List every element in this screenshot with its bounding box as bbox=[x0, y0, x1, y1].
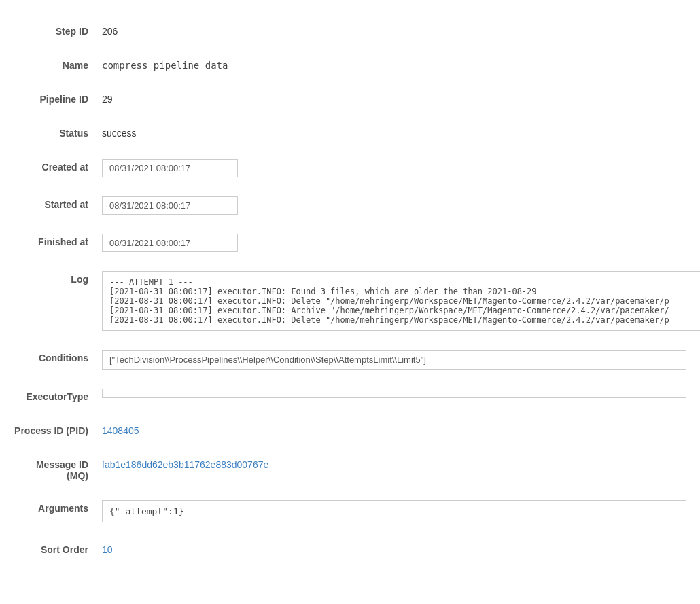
row-log: Log --- ATTEMPT 1 --- [2021-08-31 08:00:… bbox=[0, 262, 700, 340]
row-sort-order: Sort Order 10 bbox=[0, 532, 700, 566]
value-name: compress_pipeline_data bbox=[102, 57, 686, 71]
row-pipeline-id: Pipeline ID 29 bbox=[0, 82, 700, 116]
label-executor-type: ExecutorType bbox=[14, 389, 102, 402]
label-log: Log bbox=[14, 271, 102, 285]
value-status: success bbox=[102, 125, 686, 139]
label-name: Name bbox=[14, 57, 102, 71]
label-started-at: Started at bbox=[14, 196, 102, 210]
input-executor-type bbox=[102, 389, 686, 398]
input-finished-at: 08/31/2021 08:00:17 bbox=[102, 234, 238, 252]
log-scroll[interactable]: --- ATTEMPT 1 --- [2021-08-31 08:00:17] … bbox=[102, 271, 700, 331]
value-area-arguments: {"_attempt":1} bbox=[102, 500, 686, 522]
label-status: Status bbox=[14, 125, 102, 139]
label-created-at: Created at bbox=[14, 159, 102, 173]
label-process-id: Process ID (PID) bbox=[14, 423, 102, 436]
row-executor-type: ExecutorType bbox=[0, 379, 700, 413]
log-content: --- ATTEMPT 1 --- [2021-08-31 08:00:17] … bbox=[103, 272, 700, 330]
value-area-finished-at: 08/31/2021 08:00:17 bbox=[102, 234, 686, 252]
value-pipeline-id: 29 bbox=[102, 91, 686, 105]
row-name: Name compress_pipeline_data bbox=[0, 48, 700, 82]
row-message-id: Message ID (MQ) fab1e186dd62eb3b11762e88… bbox=[0, 447, 700, 491]
label-message-id: Message ID (MQ) bbox=[14, 457, 102, 481]
row-conditions: Conditions ["TechDivision\\ProcessPipeli… bbox=[0, 340, 700, 379]
input-conditions: ["TechDivision\\ProcessPipelines\\Helper… bbox=[102, 350, 686, 370]
row-created-at: Created at 08/31/2021 08:00:17 bbox=[0, 149, 700, 187]
value-area-log: --- ATTEMPT 1 --- [2021-08-31 08:00:17] … bbox=[102, 271, 700, 331]
value-step-id: 206 bbox=[102, 23, 686, 37]
value-message-id[interactable]: fab1e186dd62eb3b11762e883d00767e bbox=[102, 457, 686, 470]
row-started-at: Started at 08/31/2021 08:00:17 bbox=[0, 187, 700, 224]
label-finished-at: Finished at bbox=[14, 234, 102, 247]
row-process-id: Process ID (PID) 1408405 bbox=[0, 413, 700, 447]
input-created-at: 08/31/2021 08:00:17 bbox=[102, 159, 238, 177]
row-status: Status success bbox=[0, 116, 700, 149]
row-step-id: Step ID 206 bbox=[0, 14, 700, 48]
label-conditions: Conditions bbox=[14, 350, 102, 363]
input-arguments: {"_attempt":1} bbox=[102, 500, 686, 522]
label-step-id: Step ID bbox=[14, 23, 102, 37]
row-finished-at: Finished at 08/31/2021 08:00:17 bbox=[0, 224, 700, 262]
value-sort-order: 10 bbox=[102, 541, 686, 555]
input-started-at: 08/31/2021 08:00:17 bbox=[102, 196, 238, 215]
value-area-started-at: 08/31/2021 08:00:17 bbox=[102, 196, 686, 215]
detail-table: Step ID 206 Name compress_pipeline_data … bbox=[0, 0, 700, 580]
label-sort-order: Sort Order bbox=[14, 541, 102, 555]
label-arguments: Arguments bbox=[14, 500, 102, 514]
row-arguments: Arguments {"_attempt":1} bbox=[0, 491, 700, 532]
value-area-created-at: 08/31/2021 08:00:17 bbox=[102, 159, 686, 177]
value-area-executor-type bbox=[102, 389, 686, 398]
label-pipeline-id: Pipeline ID bbox=[14, 91, 102, 105]
value-process-id[interactable]: 1408405 bbox=[102, 423, 686, 436]
value-area-conditions: ["TechDivision\\ProcessPipelines\\Helper… bbox=[102, 350, 686, 370]
